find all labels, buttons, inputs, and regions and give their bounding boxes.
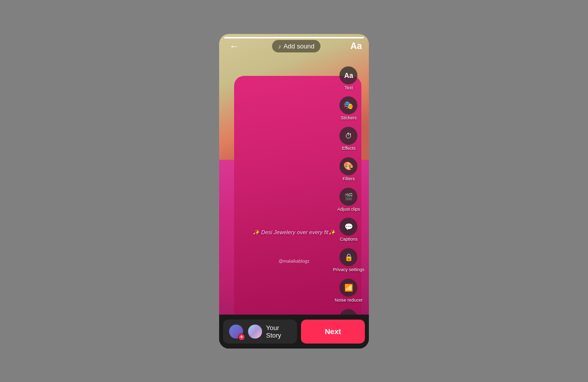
stickers-tool-icon: 🎭 bbox=[343, 101, 353, 109]
tool-stickers-label: Stickers bbox=[340, 115, 356, 121]
video-overlay-text: ✨ Desi Jewelery over every fit✨ bbox=[253, 229, 335, 236]
tool-noise-label: Noise reducer bbox=[334, 298, 362, 303]
tool-effects[interactable]: ⏱ Effects bbox=[331, 124, 366, 154]
next-button[interactable]: Next bbox=[301, 320, 365, 344]
back-button[interactable]: ← bbox=[226, 38, 242, 54]
tool-effects-icon-wrap: ⏱ bbox=[339, 127, 357, 145]
tool-captions-icon-wrap: 💬 bbox=[339, 218, 357, 236]
text-tool-icon: Aa bbox=[344, 72, 353, 79]
tool-adjust-label: Adjust clips bbox=[337, 207, 360, 212]
story-label: Your Story bbox=[266, 324, 292, 339]
add-sound-button[interactable]: ♪ Add sound bbox=[272, 40, 320, 52]
story-avatar-image bbox=[248, 325, 262, 339]
tool-privacy-label: Privacy settings bbox=[333, 267, 364, 273]
header: ← ♪ Add sound Aa bbox=[219, 34, 369, 59]
tool-captions-label: Captions bbox=[340, 237, 358, 242]
tool-text-label: Text bbox=[344, 85, 353, 91]
tool-stickers[interactable]: 🎭 Stickers bbox=[331, 94, 366, 123]
tool-text[interactable]: Aa Text bbox=[331, 64, 366, 93]
next-label: Next bbox=[325, 327, 341, 336]
tool-audio-icon-wrap: 🎙 bbox=[339, 309, 357, 315]
tool-filters-label: Filters bbox=[342, 176, 355, 182]
tool-noise[interactable]: 📶 Noise reducer bbox=[331, 276, 366, 306]
tool-privacy-icon-wrap: 🔒 bbox=[339, 248, 357, 266]
tool-effects-label: Effects bbox=[342, 146, 355, 151]
text-button-label: Aa bbox=[350, 41, 362, 51]
add-sound-label: Add sound bbox=[284, 42, 314, 50]
tool-filters[interactable]: 🎨 Filters bbox=[331, 155, 366, 184]
tool-captions[interactable]: 💬 Captions bbox=[331, 215, 366, 245]
tool-noise-icon-wrap: 📶 bbox=[339, 279, 357, 297]
tool-privacy[interactable]: 🔒 Privacy settings bbox=[331, 246, 366, 275]
story-avatar-plus-icon: + bbox=[238, 334, 245, 341]
back-icon: ← bbox=[229, 40, 239, 52]
adjust-tool-icon: 🎬 bbox=[344, 193, 353, 200]
phone-container: ← ♪ Add sound Aa ✨ Desi Jewelery over ev… bbox=[219, 34, 369, 349]
privacy-tool-icon: 🔒 bbox=[344, 254, 353, 261]
noise-tool-icon: 📶 bbox=[344, 284, 353, 291]
text-button[interactable]: Aa bbox=[350, 41, 362, 51]
captions-tool-icon: 💬 bbox=[344, 223, 353, 230]
tool-stickers-icon-wrap: 🎭 bbox=[339, 96, 357, 114]
filters-tool-icon: 🎨 bbox=[343, 162, 353, 170]
tool-filters-icon-wrap: 🎨 bbox=[339, 157, 357, 175]
right-tools-panel: Aa Text 🎭 Stickers ⏱ Effects 🎨 bbox=[331, 64, 366, 315]
watermark-text: @malaikablogz bbox=[279, 259, 309, 264]
story-button[interactable]: + Your Story bbox=[223, 320, 297, 344]
tool-text-icon-wrap: Aa bbox=[339, 66, 357, 84]
effects-tool-icon: ⏱ bbox=[345, 132, 352, 139]
video-area: ✨ Desi Jewelery over every fit✨ @malaika… bbox=[219, 34, 369, 315]
tool-adjust-icon-wrap: 🎬 bbox=[339, 188, 357, 206]
tool-audio[interactable]: 🎙 Audio editing bbox=[331, 307, 366, 315]
tool-adjust[interactable]: 🎬 Adjust clips bbox=[331, 185, 366, 215]
story-avatar-wrap: + bbox=[228, 324, 244, 340]
bottom-bar: + Your Story Next bbox=[219, 315, 369, 349]
music-icon: ♪ bbox=[278, 43, 281, 50]
